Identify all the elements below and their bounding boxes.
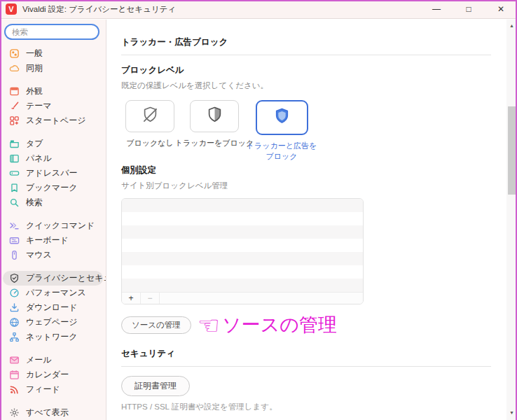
certificate-description: HTTPS / SSL 証明書や設定を管理します。 — [121, 402, 491, 412]
keyboard-icon — [8, 235, 20, 246]
settings-sidebar: 一般 同期 外観 テーマ スタートページ タブ パネル — [0, 20, 106, 420]
no-blocking-button[interactable] — [125, 100, 174, 132]
sidebar-item-label: テーマ — [26, 100, 52, 112]
list-row — [122, 239, 363, 252]
list-toolbar: + − — [122, 292, 363, 304]
sidebar-item-keyboard[interactable]: キーボード — [3, 233, 103, 248]
sidebar-item-label: 検索 — [26, 197, 43, 209]
block-trackers-button[interactable] — [190, 100, 239, 132]
quick-commands-icon — [8, 220, 20, 232]
divider — [121, 55, 491, 55]
sidebar-item-address-bar[interactable]: アドレスバー — [3, 166, 103, 181]
certificate-management-button[interactable]: 証明書管理 — [121, 376, 190, 396]
sidebar-item-show-all[interactable]: すべて表示 — [3, 405, 103, 420]
block-trackers-ads-label: トラッカーと広告をブロック — [247, 141, 317, 162]
list-row — [122, 279, 363, 292]
sidebar-group-1: 一般 同期 — [0, 46, 106, 76]
option-block-trackers-ads: トラッカーと広告をブロック — [250, 100, 313, 162]
sidebar-item-privacy-security[interactable]: プライバシーとセキュリティ — [3, 271, 103, 286]
block-level-heading: ブロックレベル — [121, 64, 491, 76]
settings-content: トラッカー・広告ブロック ブロックレベル 既定の保護レベルを選択してください。 … — [107, 20, 506, 420]
bookmark-icon — [8, 183, 20, 194]
mouse-icon — [8, 250, 20, 261]
general-icon — [8, 48, 20, 59]
gear-icon — [8, 407, 20, 419]
shield-check-icon — [8, 273, 20, 284]
sidebar-item-network[interactable]: ネットワーク — [3, 330, 103, 344]
annotation-text: ソースの管理 — [222, 316, 337, 335]
shield-slash-icon — [141, 106, 160, 127]
sidebar-item-label: フィード — [26, 384, 60, 396]
sidebar-item-label: カレンダー — [26, 369, 69, 381]
window-appearance-icon — [8, 86, 20, 97]
block-level-description: 既定の保護レベルを選択してください。 — [121, 80, 491, 91]
address-bar-icon — [8, 168, 20, 179]
sidebar-item-label: ネットワーク — [26, 331, 77, 343]
sidebar-item-label: パネル — [26, 153, 52, 164]
window-title: Vivaldi 設定: プライバシーとセキュリティ — [22, 4, 176, 15]
close-button[interactable]: ✕ — [485, 0, 517, 18]
annotation-pointing-hand-icon: ☜ — [198, 313, 220, 338]
magnifier-icon — [8, 197, 20, 209]
sidebar-item-panel[interactable]: パネル — [3, 151, 103, 166]
block-level-options: ブロックなし トラッカーをブロック トラッカーと広告をブロック — [121, 100, 491, 162]
sidebar-item-label: プライバシーとセキュリティ — [26, 272, 106, 284]
sidebar-group-6: メール カレンダー フィード — [0, 353, 106, 397]
sidebar-group-3: タブ パネル アドレスバー ブックマーク 検索 — [0, 136, 106, 210]
sidebar-item-mouse[interactable]: マウス — [3, 248, 103, 262]
block-trackers-label: トラッカーをブロック — [175, 138, 254, 148]
scrollbar-thumb[interactable] — [508, 106, 516, 195]
remove-site-button[interactable]: − — [141, 293, 160, 304]
network-nodes-icon — [8, 332, 20, 343]
sidebar-item-general[interactable]: 一般 — [3, 46, 103, 61]
no-blocking-label: ブロックなし — [126, 138, 174, 148]
sidebar-item-label: マウス — [26, 249, 52, 261]
mail-icon — [8, 355, 20, 366]
maximize-button[interactable]: □ — [453, 0, 485, 18]
sidebar-item-theme[interactable]: テーマ — [3, 99, 103, 113]
sidebar-item-quick-commands[interactable]: クイックコマンド — [3, 218, 103, 233]
sidebar-item-search[interactable]: 検索 — [3, 195, 103, 210]
sidebar-item-sync[interactable]: 同期 — [3, 61, 103, 76]
sidebar-item-mail[interactable]: メール — [3, 353, 103, 368]
manage-sources-button[interactable]: ソースの管理 — [121, 316, 191, 334]
site-block-level-list[interactable]: + − — [121, 198, 364, 304]
title-bar: V Vivaldi 設定: プライバシーとセキュリティ — □ ✕ — [0, 0, 517, 19]
sidebar-item-label: タブ — [26, 138, 43, 150]
sidebar-item-label: アドレスバー — [26, 167, 77, 179]
divider — [121, 366, 491, 367]
sidebar-item-label: 外観 — [26, 85, 43, 97]
sidebar-item-tabs[interactable]: タブ — [3, 136, 103, 151]
sidebar-item-appearance[interactable]: 外観 — [3, 84, 103, 99]
list-row — [122, 252, 363, 265]
block-trackers-ads-button[interactable] — [256, 100, 308, 135]
sidebar-item-bookmarks[interactable]: ブックマーク — [3, 181, 103, 195]
individual-settings-heading: 個別設定 — [121, 164, 491, 176]
sidebar-item-webpages[interactable]: ウェブページ — [3, 315, 103, 330]
globe-icon — [8, 317, 20, 328]
manage-sources-row: ソースの管理 ☜ ソースの管理 — [121, 313, 491, 338]
scroll-down-icon[interactable]: ▼ — [506, 408, 517, 417]
sidebar-item-label: 一般 — [26, 48, 43, 59]
security-section: セキュリティ 証明書管理 HTTPS / SSL 証明書や設定を管理します。 追… — [121, 348, 491, 420]
section-title-security: セキュリティ — [121, 348, 491, 360]
search-input[interactable] — [4, 24, 99, 40]
scroll-up-icon[interactable]: ▲ — [506, 21, 517, 30]
option-no-blocking: ブロックなし — [121, 100, 179, 148]
calendar-icon — [8, 370, 20, 381]
minimize-button[interactable]: — — [420, 0, 453, 18]
sidebar-item-calendar[interactable]: カレンダー — [3, 368, 103, 382]
sidebar-group-2: 外観 テーマ スタートページ — [0, 84, 106, 128]
grid-plus-icon — [8, 115, 20, 127]
sidebar-item-label: ダウンロード — [26, 302, 77, 314]
vertical-scrollbar[interactable]: ▲ ▼ — [506, 20, 517, 420]
gauge-icon — [8, 288, 20, 299]
section-title-tracker-adblock: トラッカー・広告ブロック — [121, 36, 491, 48]
sidebar-item-feed[interactable]: フィード — [3, 382, 103, 397]
shield-filled-icon — [273, 107, 291, 128]
sidebar-item-performance[interactable]: パフォーマンス — [3, 286, 103, 300]
sidebar-item-downloads[interactable]: ダウンロード — [3, 300, 103, 315]
vivaldi-logo-icon: V — [6, 4, 17, 15]
add-site-button[interactable]: + — [122, 293, 141, 304]
sidebar-item-start-page[interactable]: スタートページ — [3, 113, 103, 128]
